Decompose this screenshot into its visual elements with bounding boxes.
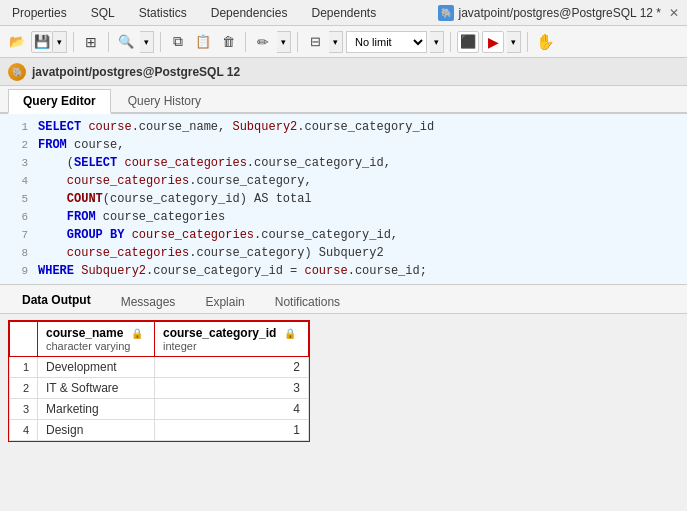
col-type-category-id: integer [163, 340, 300, 352]
edit-dropdown[interactable]: ▾ [277, 31, 291, 53]
menu-dependencies[interactable]: Dependencies [207, 4, 292, 22]
row-num-header [10, 322, 38, 357]
open-button[interactable]: 📂 [6, 31, 28, 53]
delete-button[interactable]: 🗑 [217, 31, 239, 53]
cell-category-id: 3 [154, 378, 308, 399]
tab-query-editor[interactable]: Query Editor [8, 89, 111, 114]
search-dropdown[interactable]: ▾ [140, 31, 154, 53]
data-output-panel: course_name 🔒 character varying course_c… [0, 314, 687, 451]
col-name-course-name: course_name [46, 326, 123, 340]
filter-dropdown[interactable]: ▾ [329, 31, 343, 53]
sql-line-9: 9 WHERE Subquery2.course_category_id = c… [0, 262, 687, 280]
run-dropdown[interactable]: ▾ [507, 31, 521, 53]
limit-dropdown[interactable]: ▾ [430, 31, 444, 53]
cell-course-name: IT & Software [38, 378, 155, 399]
data-table-container: course_name 🔒 character varying course_c… [8, 320, 310, 442]
save-button[interactable]: 💾 [31, 31, 53, 53]
lock-icon-category-id: 🔒 [284, 328, 296, 339]
stop-button[interactable]: ⬛ [457, 31, 479, 53]
menu-sql[interactable]: SQL [87, 4, 119, 22]
cell-category-id: 4 [154, 399, 308, 420]
lock-icon-course-name: 🔒 [131, 328, 143, 339]
row-number: 4 [10, 420, 38, 441]
col-header-course-name: course_name 🔒 character varying [38, 322, 155, 357]
sql-line-4: 4 course_categories.course_category, [0, 172, 687, 190]
sql-line-6: 6 FROM course_categories [0, 208, 687, 226]
sep4 [245, 32, 246, 52]
menu-statistics[interactable]: Statistics [135, 4, 191, 22]
limit-select[interactable]: No limit 100 rows 500 rows 1000 rows [346, 31, 427, 53]
query-editor-tabs: Query Editor Query History [0, 86, 687, 114]
save-dropdown[interactable]: ▾ [53, 31, 67, 53]
close-tab-icon[interactable]: ✕ [669, 6, 679, 20]
tab-messages[interactable]: Messages [107, 291, 190, 313]
tab-query-history[interactable]: Query History [113, 89, 216, 112]
connection-text: javatpoint/postgres@PostgreSQL 12 [32, 65, 240, 79]
menu-dependents[interactable]: Dependents [307, 4, 380, 22]
col-header-course-category-id: course_category_id 🔒 integer [154, 322, 308, 357]
sql-line-3: 3 (SELECT course_categories.course_categ… [0, 154, 687, 172]
output-tabs: Data Output Messages Explain Notificatio… [0, 285, 687, 314]
sep1 [73, 32, 74, 52]
connection-title: 🐘 javatpoint/postgres@PostgreSQL 12 * ✕ [438, 5, 679, 21]
toolbar: 📂 💾 ▾ ⊞ 🔍 ▾ ⧉ 📋 🗑 ✏ ▾ ⊟ ▾ No limit 100 r… [0, 26, 687, 58]
sql-line-5: 5 COUNT(course_category_id) AS total [0, 190, 687, 208]
data-table: course_name 🔒 character varying course_c… [9, 321, 309, 441]
filter-button[interactable]: ⊟ [304, 31, 326, 53]
sql-line-2: 2 FROM course, [0, 136, 687, 154]
pan-button[interactable]: ✋ [534, 31, 556, 53]
edit-button[interactable]: ✏ [252, 31, 274, 53]
tab-explain[interactable]: Explain [191, 291, 258, 313]
sql-line-7: 7 GROUP BY course_categories.course_cate… [0, 226, 687, 244]
sep3 [160, 32, 161, 52]
connection-icon: 🐘 [8, 63, 26, 81]
copy-button[interactable]: ⧉ [167, 31, 189, 53]
cell-category-id: 2 [154, 357, 308, 378]
col-name-category-id: course_category_id [163, 326, 276, 340]
connection-bar: 🐘 javatpoint/postgres@PostgreSQL 12 [0, 58, 687, 86]
cell-course-name: Marketing [38, 399, 155, 420]
menu-properties[interactable]: Properties [8, 4, 71, 22]
sep2 [108, 32, 109, 52]
connection-title-text: javatpoint/postgres@PostgreSQL 12 * [458, 6, 661, 20]
menu-bar: Properties SQL Statistics Dependencies D… [0, 0, 687, 26]
row-number: 1 [10, 357, 38, 378]
sql-editor[interactable]: 1 SELECT course.course_name, Subquery2.c… [0, 114, 687, 285]
sep6 [450, 32, 451, 52]
row-number: 3 [10, 399, 38, 420]
sep7 [527, 32, 528, 52]
run-button[interactable]: ▶ [482, 31, 504, 53]
search-button[interactable]: 🔍 [115, 31, 137, 53]
tab-notifications[interactable]: Notifications [261, 291, 354, 313]
sql-line-1: 1 SELECT course.course_name, Subquery2.c… [0, 118, 687, 136]
sep5 [297, 32, 298, 52]
grid-button[interactable]: ⊞ [80, 31, 102, 53]
cell-course-name: Design [38, 420, 155, 441]
table-row: 3Marketing4 [10, 399, 309, 420]
row-number: 2 [10, 378, 38, 399]
tab-data-output[interactable]: Data Output [8, 289, 105, 313]
save-group: 💾 ▾ [31, 31, 67, 53]
table-row: 1Development2 [10, 357, 309, 378]
db-icon: 🐘 [438, 5, 454, 21]
col-type-course-name: character varying [46, 340, 146, 352]
table-row: 2IT & Software3 [10, 378, 309, 399]
cell-course-name: Development [38, 357, 155, 378]
paste-button[interactable]: 📋 [192, 31, 214, 53]
cell-category-id: 1 [154, 420, 308, 441]
table-row: 4Design1 [10, 420, 309, 441]
sql-line-8: 8 course_categories.course_category) Sub… [0, 244, 687, 262]
